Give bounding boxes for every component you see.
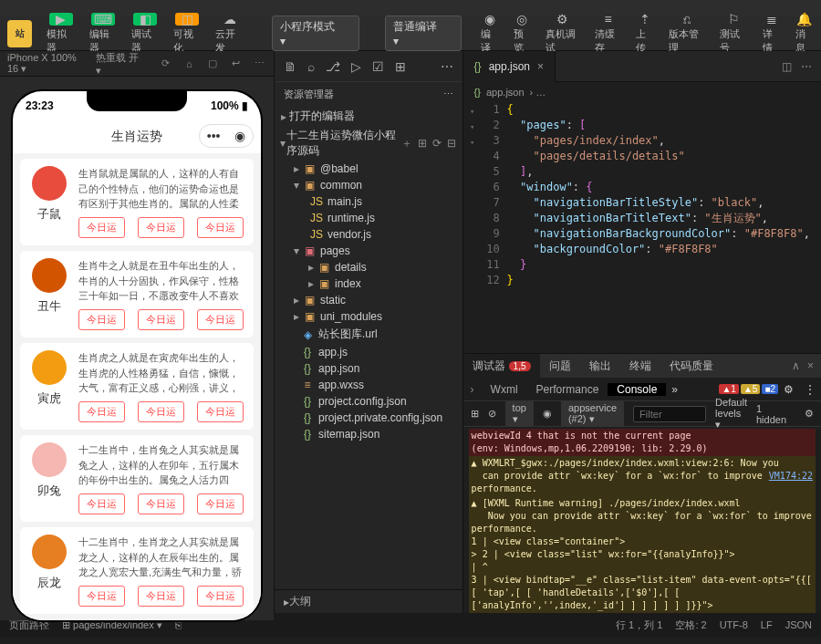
today-fortune-button[interactable]: 今日运 xyxy=(197,217,244,238)
version-button[interactable]: ⎌版本管理 xyxy=(661,17,712,50)
zodiac-card[interactable]: 子鼠 生肖鼠就是属鼠的人，这样的人有自己的个性特点，他们的运势命运也是有区别于其… xyxy=(20,159,254,245)
file-mainjs[interactable]: JSmain.js xyxy=(275,193,462,210)
today-fortune-button[interactable]: 今日运 xyxy=(197,401,244,422)
settings-icon[interactable]: ⚙ xyxy=(778,383,799,396)
breadcrumb[interactable]: {}app.json › … xyxy=(463,82,821,102)
output-tab[interactable]: 输出 xyxy=(580,354,620,378)
preview-button[interactable]: ◎预览 xyxy=(506,17,538,50)
rotate-icon[interactable]: ⟳ xyxy=(159,56,173,72)
simulator-toggle[interactable]: ▶模拟器 xyxy=(39,17,81,50)
debug-icon[interactable]: ▷ xyxy=(351,59,361,74)
open-editors-section[interactable]: ▸打开的编辑器 xyxy=(275,107,462,126)
clear-console-icon[interactable]: ⊘ xyxy=(488,408,496,420)
menu-dots-icon[interactable]: ••• xyxy=(207,129,221,143)
context-top[interactable]: top ▾ xyxy=(505,400,534,427)
language-mode[interactable]: JSON xyxy=(785,619,812,630)
page-path-select[interactable]: ⊞ pages/index/index ▾ xyxy=(62,619,162,631)
refresh-icon[interactable]: ⟳ xyxy=(432,137,442,150)
outline-section[interactable]: ▸ 大纲 xyxy=(275,589,462,613)
debugger-toggle[interactable]: ◧调试器 xyxy=(124,17,166,50)
compile-mode-select[interactable]: 普通编译 ▾ xyxy=(385,16,462,51)
file-sitemap[interactable]: {}sitemap.json xyxy=(275,426,462,442)
more-icon[interactable]: ⋯ xyxy=(441,59,453,74)
file-appjson[interactable]: {}app.json xyxy=(275,360,462,377)
today-fortune-button[interactable]: 今日运 xyxy=(138,493,184,514)
file-appjs[interactable]: {}app.js xyxy=(275,344,462,360)
elements-icon[interactable]: › xyxy=(463,383,482,396)
editor-tab-appjson[interactable]: {}app.json× xyxy=(463,51,556,82)
today-fortune-button[interactable]: 今日运 xyxy=(78,493,125,514)
details-button[interactable]: ≣详情 xyxy=(755,17,788,50)
mini-program-capsule[interactable]: •••◉ xyxy=(199,124,254,148)
terminal-tab[interactable]: 终端 xyxy=(620,354,660,378)
console-tab[interactable]: Console xyxy=(608,383,666,396)
visualize-button[interactable]: ◫可视化 xyxy=(166,17,208,50)
today-fortune-button[interactable]: 今日运 xyxy=(138,309,184,330)
split-editor-icon[interactable]: ◫ xyxy=(782,60,792,73)
hidden-count[interactable]: 1 hidden xyxy=(756,403,786,425)
more-icon[interactable]: ⋯ xyxy=(252,56,266,72)
clear-cache-button[interactable]: ≡清缓存 xyxy=(587,17,629,50)
file-projectconfig[interactable]: {}project.config.json xyxy=(275,393,462,410)
today-fortune-button[interactable]: 今日运 xyxy=(197,309,244,330)
collapse-icon[interactable]: ⊟ xyxy=(447,137,456,150)
zodiac-list[interactable]: 子鼠 生肖鼠就是属鼠的人，这样的人有自己的个性特点，他们的运势命运也是有区别于其… xyxy=(13,153,261,620)
eye-icon[interactable]: ◉ xyxy=(543,408,552,420)
wxml-tab[interactable]: Wxml xyxy=(482,383,527,396)
home-icon[interactable]: ⌂ xyxy=(182,56,196,72)
folder-static[interactable]: ▸▣static xyxy=(275,292,462,308)
folder-index[interactable]: ▸▣index xyxy=(275,275,462,292)
close-tab-icon[interactable]: × xyxy=(537,60,544,73)
today-fortune-button[interactable]: 今日运 xyxy=(78,401,125,422)
back-icon[interactable]: ↩ xyxy=(229,56,244,72)
file-appwxss[interactable]: ≡app.wxss xyxy=(275,377,462,393)
extension-icon[interactable]: ⊞ xyxy=(395,59,406,74)
console-settings-icon[interactable]: ⚙ xyxy=(805,408,814,420)
devtools-more-icon[interactable]: » xyxy=(666,383,683,396)
today-fortune-button[interactable]: 今日运 xyxy=(138,217,184,238)
search-icon[interactable]: ⌕ xyxy=(307,59,315,74)
device-select[interactable]: iPhone X 100% 16 ▾ xyxy=(7,52,87,75)
indentation[interactable]: 空格: 2 xyxy=(675,618,706,632)
code-editor[interactable]: ▾▾▾ 123456789101112 { "pages": [ "pages/… xyxy=(463,102,821,353)
messages-button[interactable]: 🔔消息 xyxy=(788,17,821,50)
encoding[interactable]: UTF-8 xyxy=(720,619,748,630)
editor-more-icon[interactable]: ⋯ xyxy=(801,60,812,73)
debugger-tab[interactable]: 调试器1,5 xyxy=(463,354,540,378)
cursor-position[interactable]: 行 1，列 1 xyxy=(616,618,662,632)
new-folder-icon[interactable]: ⊞ xyxy=(418,137,427,150)
console-filter-input[interactable] xyxy=(633,406,706,422)
git-icon[interactable]: ⎇ xyxy=(326,59,340,74)
panel-more-icon[interactable]: ⋯ xyxy=(443,88,453,100)
new-file-icon[interactable]: ＋ xyxy=(401,136,412,151)
cloud-dev-button[interactable]: ☁云开发 xyxy=(208,17,250,50)
real-debug-button[interactable]: ⚙真机调试 xyxy=(538,17,587,50)
code-quality-tab[interactable]: 代码质量 xyxy=(660,354,722,378)
file-runtimejs[interactable]: JSruntime.js xyxy=(275,210,462,226)
file-zhanku-url[interactable]: ◈站长图库.url xyxy=(275,325,462,344)
eol[interactable]: LF xyxy=(761,619,773,630)
hot-reload-toggle[interactable]: 热重载 开 ▾ xyxy=(96,51,140,77)
folder-pages[interactable]: ▾▣pages xyxy=(275,243,462,259)
folder-babel[interactable]: ▸▣@babel xyxy=(275,161,462,177)
project-root[interactable]: ▾十二生肖运势微信小程序源码 ＋ ⊞ ⟳ ⊟ xyxy=(275,126,462,161)
today-fortune-button[interactable]: 今日运 xyxy=(78,217,125,238)
panel-close-icon[interactable]: × xyxy=(807,359,814,372)
today-fortune-button[interactable]: 今日运 xyxy=(197,493,244,514)
log-level-select[interactable]: Default levels ▾ xyxy=(715,397,747,431)
file-vendorjs[interactable]: JSvendor.js xyxy=(275,226,462,243)
zodiac-card[interactable]: 丑牛 生肖牛之人就是在丑牛年出生的人，牛肖的人十分固执，作风保守，性格三十年如一… xyxy=(20,251,254,338)
problems-tab[interactable]: 问题 xyxy=(540,354,580,378)
file-projectprivate[interactable]: {}project.private.config.json xyxy=(275,410,462,426)
today-fortune-button[interactable]: 今日运 xyxy=(138,586,184,607)
test-icon[interactable]: ☑ xyxy=(372,59,384,74)
upload-button[interactable]: ⇡上传 xyxy=(629,17,661,50)
devtools-menu-icon[interactable]: ⋮ xyxy=(799,383,821,396)
panel-up-icon[interactable]: ∧ xyxy=(792,359,800,372)
folder-uni-modules[interactable]: ▸▣uni_modules xyxy=(275,308,462,325)
performance-tab[interactable]: Performance xyxy=(527,383,608,396)
today-fortune-button[interactable]: 今日运 xyxy=(78,586,125,607)
folder-common[interactable]: ▾▣common xyxy=(275,177,462,193)
zodiac-card[interactable]: 辰龙 十二生肖中，生肖龙之人其实就是属龙之人，这样的人在辰年出生的。属龙之人宽宏… xyxy=(20,527,254,614)
copy-path-icon[interactable]: ⎘ xyxy=(175,619,182,630)
